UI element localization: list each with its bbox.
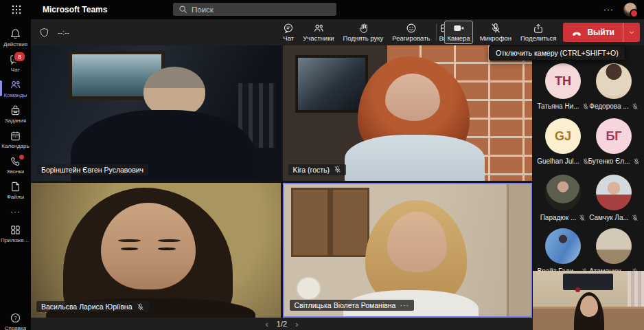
participant-name: Guelhan Jul... bbox=[537, 157, 579, 165]
video-tile-kira[interactable]: Kira (гость) bbox=[283, 45, 533, 181]
participants-icon bbox=[313, 23, 324, 34]
shield-icon bbox=[39, 28, 49, 38]
button-label: Поднять руку bbox=[343, 34, 384, 42]
participant-nametag: Світлицька Віолета Романівна ··· bbox=[290, 300, 414, 311]
mic-muted-icon bbox=[633, 158, 640, 165]
avatar-initials: GJ bbox=[545, 118, 581, 154]
avatar-initials: БГ bbox=[596, 118, 632, 154]
next-page-button[interactable]: › bbox=[295, 320, 298, 329]
sidebar-label: Календарь bbox=[1, 143, 29, 149]
sidebar-item-calendar[interactable]: Календарь bbox=[0, 126, 31, 152]
participant-name: Парадюк ... bbox=[540, 214, 577, 221]
avatar-initials: ТН bbox=[545, 63, 581, 99]
calls-notification-dot bbox=[19, 155, 24, 160]
sidebar-item-apps[interactable]: Приложен... bbox=[0, 221, 31, 246]
participant-nametag: Васильєва Лариса Юріївна bbox=[36, 301, 149, 312]
apps-grid-icon bbox=[10, 224, 21, 236]
title-bar: Microsoft Teams Поиск ··· bbox=[0, 0, 644, 19]
roster-participant[interactable]: Врайт Гали... bbox=[536, 228, 590, 275]
sidebar-label: Справка bbox=[5, 325, 26, 330]
sidebar-item-activity[interactable]: Действия bbox=[0, 25, 31, 50]
sidebar-item-teams[interactable]: Команды bbox=[0, 76, 31, 101]
sidebar-label: Команды bbox=[4, 92, 27, 98]
app-launcher-icon[interactable] bbox=[11, 4, 22, 15]
sidebar-item-files[interactable]: Файлы bbox=[0, 177, 31, 203]
self-view-video[interactable] bbox=[533, 271, 644, 330]
avatar-photo bbox=[596, 63, 632, 99]
sidebar-item-chat[interactable]: Чат 8 bbox=[0, 50, 31, 76]
avatar-photo bbox=[596, 175, 632, 210]
roster-participant[interactable]: Федорова ... bbox=[586, 63, 641, 110]
search-placeholder: Поиск bbox=[192, 6, 214, 14]
mic-muted-icon bbox=[632, 103, 639, 110]
sidebar-item-calls[interactable]: Звонки bbox=[0, 152, 31, 177]
video-tile-borinshtein[interactable]: Борінштейн Євген Руславович bbox=[31, 45, 281, 181]
button-label: Камера bbox=[447, 34, 470, 42]
search-input[interactable]: Поиск bbox=[173, 3, 336, 16]
video-grid: Борінштейн Євген Руславович Kira (гость)… bbox=[31, 45, 532, 318]
active-accent-bar bbox=[0, 80, 2, 96]
participant-more-button[interactable]: ··· bbox=[400, 301, 409, 309]
titlebar-more-button[interactable]: ··· bbox=[603, 5, 614, 14]
sidebar-label: Чат bbox=[11, 67, 20, 73]
page-indicator: 1/2 bbox=[277, 320, 287, 328]
sidebar-item-help[interactable]: ? Справка bbox=[0, 309, 31, 330]
mic-muted-icon bbox=[334, 166, 341, 173]
sidebar-label: Задания bbox=[5, 118, 27, 124]
react-button[interactable]: Реагировать bbox=[390, 21, 432, 43]
chat-unread-badge: 8 bbox=[13, 51, 26, 63]
participants-button[interactable]: Участники bbox=[301, 21, 336, 43]
button-label: Выйти bbox=[587, 28, 614, 37]
toolbar-separator bbox=[436, 24, 437, 41]
sidebar-label: Действия bbox=[3, 41, 27, 47]
microphone-button[interactable]: Микрофон bbox=[478, 21, 514, 43]
smiley-icon bbox=[406, 23, 417, 34]
button-label: Поделиться bbox=[520, 34, 556, 42]
file-icon bbox=[10, 181, 21, 192]
bell-icon bbox=[10, 28, 21, 40]
video-tile-vasylieva[interactable]: Васильєва Лариса Юріївна bbox=[31, 183, 281, 318]
app-title: Microsoft Teams bbox=[43, 5, 107, 14]
roster-participant[interactable]: GJ Guelhan Jul... bbox=[536, 118, 590, 165]
button-label: Реагировать bbox=[392, 34, 430, 42]
mic-muted-icon bbox=[579, 214, 586, 221]
mic-muted-icon bbox=[137, 303, 144, 311]
participant-name: Бутенко Єл... bbox=[588, 157, 630, 165]
raise-hand-icon bbox=[358, 23, 369, 34]
sidebar-label: Звонки bbox=[7, 168, 25, 175]
previous-page-button[interactable]: ‹ bbox=[266, 320, 268, 329]
sidebar-more-button[interactable]: ··· bbox=[10, 203, 21, 221]
video-feed bbox=[283, 45, 533, 181]
roster-participant[interactable]: БГ Бутенко Єл... bbox=[586, 118, 641, 165]
tv-on-wall bbox=[563, 274, 613, 289]
video-feed bbox=[31, 45, 281, 181]
video-tile-svitlytska[interactable]: Світлицька Віолета Романівна ··· bbox=[283, 183, 533, 318]
leave-button[interactable]: Выйти bbox=[563, 23, 640, 42]
sidebar-item-assignments[interactable]: Задания bbox=[0, 101, 31, 126]
meeting-chat-button[interactable]: Чат bbox=[281, 21, 296, 43]
share-icon bbox=[533, 23, 544, 34]
mic-muted-icon bbox=[632, 214, 639, 221]
user-avatar[interactable] bbox=[623, 3, 637, 16]
participant-name: Борінштейн Євген Руславович bbox=[41, 166, 143, 174]
app-rail: Действия Чат 8 Команды Задания Календарь bbox=[0, 19, 31, 330]
rose-decoration bbox=[575, 287, 580, 292]
participant-name: Федорова ... bbox=[589, 102, 628, 110]
camera-button[interactable]: Камера bbox=[444, 21, 472, 44]
teams-icon bbox=[10, 79, 21, 91]
gallery-pagination: ‹ 1/2 › bbox=[31, 318, 533, 330]
camera-icon bbox=[453, 23, 464, 34]
leave-options-caret[interactable] bbox=[623, 23, 640, 42]
presence-badge bbox=[630, 9, 639, 18]
roster-participant[interactable]: Самчук Ла... bbox=[586, 175, 641, 221]
participant-name: Татьяна Ни... bbox=[537, 102, 579, 110]
share-button[interactable]: Поделиться bbox=[518, 21, 558, 43]
sidebar-label: Приложен... bbox=[1, 237, 30, 243]
raise-hand-button[interactable]: Поднять руку bbox=[341, 21, 386, 43]
roster-participant[interactable]: Атаманюк ... bbox=[586, 228, 641, 275]
roster-participant[interactable]: ТН Татьяна Ни... bbox=[536, 63, 590, 110]
button-label: Участники bbox=[303, 34, 334, 42]
roster-participant[interactable]: Парадюк ... bbox=[536, 175, 590, 221]
meeting-timer: --:-- bbox=[58, 28, 69, 36]
camera-tooltip: Отключить камеру (CTRL+SHIFT+O) bbox=[489, 45, 625, 60]
